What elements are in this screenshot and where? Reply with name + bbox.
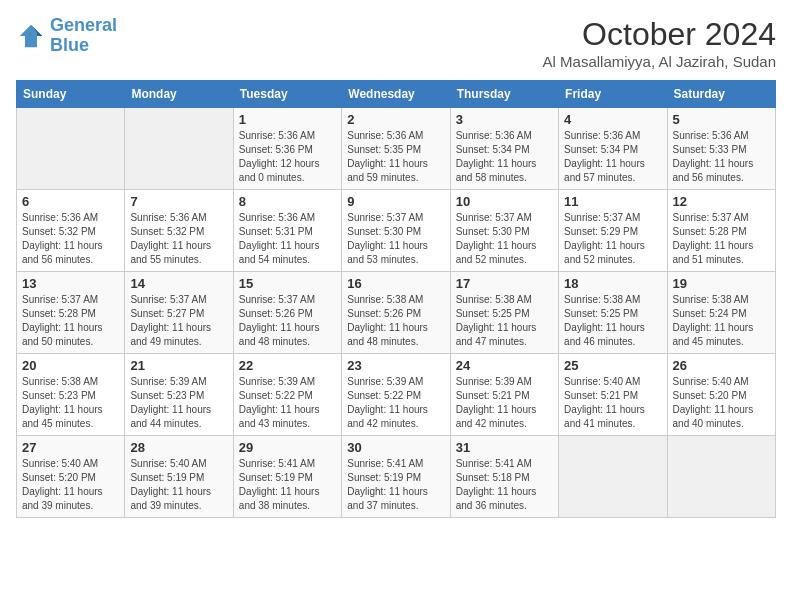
day-info: Sunrise: 5:36 AM Sunset: 5:35 PM Dayligh… [347,129,444,185]
header-wednesday: Wednesday [342,81,450,108]
day-number: 17 [456,276,553,291]
calendar-cell: 6Sunrise: 5:36 AM Sunset: 5:32 PM Daylig… [17,190,125,272]
day-number: 3 [456,112,553,127]
title-block: October 2024 Al Masallamiyya, Al Jazirah… [543,16,776,70]
logo-line2: Blue [50,35,89,55]
day-info: Sunrise: 5:41 AM Sunset: 5:19 PM Dayligh… [239,457,336,513]
calendar-cell: 24Sunrise: 5:39 AM Sunset: 5:21 PM Dayli… [450,354,558,436]
day-number: 10 [456,194,553,209]
day-info: Sunrise: 5:39 AM Sunset: 5:23 PM Dayligh… [130,375,227,431]
calendar-cell: 17Sunrise: 5:38 AM Sunset: 5:25 PM Dayli… [450,272,558,354]
day-info: Sunrise: 5:40 AM Sunset: 5:21 PM Dayligh… [564,375,661,431]
calendar-week-row: 27Sunrise: 5:40 AM Sunset: 5:20 PM Dayli… [17,436,776,518]
calendar-cell: 10Sunrise: 5:37 AM Sunset: 5:30 PM Dayli… [450,190,558,272]
header-sunday: Sunday [17,81,125,108]
day-number: 29 [239,440,336,455]
day-number: 20 [22,358,119,373]
calendar-cell: 3Sunrise: 5:36 AM Sunset: 5:34 PM Daylig… [450,108,558,190]
calendar-cell: 14Sunrise: 5:37 AM Sunset: 5:27 PM Dayli… [125,272,233,354]
logo-icon [16,21,46,51]
calendar-cell: 23Sunrise: 5:39 AM Sunset: 5:22 PM Dayli… [342,354,450,436]
day-number: 19 [673,276,770,291]
calendar-cell: 13Sunrise: 5:37 AM Sunset: 5:28 PM Dayli… [17,272,125,354]
header-monday: Monday [125,81,233,108]
day-number: 2 [347,112,444,127]
calendar-week-row: 13Sunrise: 5:37 AM Sunset: 5:28 PM Dayli… [17,272,776,354]
page-header: General Blue October 2024 Al Masallamiyy… [16,16,776,70]
day-info: Sunrise: 5:38 AM Sunset: 5:25 PM Dayligh… [456,293,553,349]
day-number: 21 [130,358,227,373]
calendar-cell: 25Sunrise: 5:40 AM Sunset: 5:21 PM Dayli… [559,354,667,436]
day-number: 1 [239,112,336,127]
calendar-cell: 7Sunrise: 5:36 AM Sunset: 5:32 PM Daylig… [125,190,233,272]
calendar-cell: 18Sunrise: 5:38 AM Sunset: 5:25 PM Dayli… [559,272,667,354]
day-info: Sunrise: 5:39 AM Sunset: 5:22 PM Dayligh… [239,375,336,431]
calendar-cell: 31Sunrise: 5:41 AM Sunset: 5:18 PM Dayli… [450,436,558,518]
day-info: Sunrise: 5:36 AM Sunset: 5:32 PM Dayligh… [130,211,227,267]
calendar-cell [125,108,233,190]
day-info: Sunrise: 5:41 AM Sunset: 5:18 PM Dayligh… [456,457,553,513]
day-number: 31 [456,440,553,455]
calendar-cell: 29Sunrise: 5:41 AM Sunset: 5:19 PM Dayli… [233,436,341,518]
calendar-cell: 2Sunrise: 5:36 AM Sunset: 5:35 PM Daylig… [342,108,450,190]
calendar-week-row: 1Sunrise: 5:36 AM Sunset: 5:36 PM Daylig… [17,108,776,190]
day-number: 28 [130,440,227,455]
day-number: 30 [347,440,444,455]
calendar-table: SundayMondayTuesdayWednesdayThursdayFrid… [16,80,776,518]
day-info: Sunrise: 5:36 AM Sunset: 5:33 PM Dayligh… [673,129,770,185]
day-info: Sunrise: 5:38 AM Sunset: 5:26 PM Dayligh… [347,293,444,349]
day-info: Sunrise: 5:37 AM Sunset: 5:27 PM Dayligh… [130,293,227,349]
day-info: Sunrise: 5:37 AM Sunset: 5:28 PM Dayligh… [673,211,770,267]
day-number: 11 [564,194,661,209]
calendar-cell: 30Sunrise: 5:41 AM Sunset: 5:19 PM Dayli… [342,436,450,518]
day-number: 6 [22,194,119,209]
calendar-cell: 20Sunrise: 5:38 AM Sunset: 5:23 PM Dayli… [17,354,125,436]
logo-line1: General [50,15,117,35]
calendar-cell: 16Sunrise: 5:38 AM Sunset: 5:26 PM Dayli… [342,272,450,354]
day-number: 18 [564,276,661,291]
calendar-cell [559,436,667,518]
day-info: Sunrise: 5:37 AM Sunset: 5:30 PM Dayligh… [347,211,444,267]
day-number: 13 [22,276,119,291]
calendar-cell: 21Sunrise: 5:39 AM Sunset: 5:23 PM Dayli… [125,354,233,436]
day-number: 5 [673,112,770,127]
calendar-cell: 27Sunrise: 5:40 AM Sunset: 5:20 PM Dayli… [17,436,125,518]
calendar-cell: 9Sunrise: 5:37 AM Sunset: 5:30 PM Daylig… [342,190,450,272]
day-number: 7 [130,194,227,209]
day-info: Sunrise: 5:37 AM Sunset: 5:30 PM Dayligh… [456,211,553,267]
calendar-cell: 28Sunrise: 5:40 AM Sunset: 5:19 PM Dayli… [125,436,233,518]
day-info: Sunrise: 5:41 AM Sunset: 5:19 PM Dayligh… [347,457,444,513]
calendar-cell [17,108,125,190]
day-info: Sunrise: 5:36 AM Sunset: 5:34 PM Dayligh… [564,129,661,185]
day-info: Sunrise: 5:39 AM Sunset: 5:21 PM Dayligh… [456,375,553,431]
day-info: Sunrise: 5:36 AM Sunset: 5:34 PM Dayligh… [456,129,553,185]
calendar-cell: 8Sunrise: 5:36 AM Sunset: 5:31 PM Daylig… [233,190,341,272]
day-info: Sunrise: 5:36 AM Sunset: 5:36 PM Dayligh… [239,129,336,185]
day-number: 26 [673,358,770,373]
day-number: 4 [564,112,661,127]
day-number: 27 [22,440,119,455]
calendar-cell [667,436,775,518]
day-info: Sunrise: 5:39 AM Sunset: 5:22 PM Dayligh… [347,375,444,431]
calendar-week-row: 20Sunrise: 5:38 AM Sunset: 5:23 PM Dayli… [17,354,776,436]
calendar-cell: 19Sunrise: 5:38 AM Sunset: 5:24 PM Dayli… [667,272,775,354]
day-info: Sunrise: 5:40 AM Sunset: 5:20 PM Dayligh… [22,457,119,513]
day-number: 22 [239,358,336,373]
calendar-cell: 12Sunrise: 5:37 AM Sunset: 5:28 PM Dayli… [667,190,775,272]
day-number: 14 [130,276,227,291]
day-info: Sunrise: 5:37 AM Sunset: 5:29 PM Dayligh… [564,211,661,267]
calendar-cell: 5Sunrise: 5:36 AM Sunset: 5:33 PM Daylig… [667,108,775,190]
location-subtitle: Al Masallamiyya, Al Jazirah, Sudan [543,53,776,70]
day-number: 8 [239,194,336,209]
day-number: 12 [673,194,770,209]
day-info: Sunrise: 5:38 AM Sunset: 5:23 PM Dayligh… [22,375,119,431]
day-info: Sunrise: 5:36 AM Sunset: 5:32 PM Dayligh… [22,211,119,267]
header-saturday: Saturday [667,81,775,108]
calendar-week-row: 6Sunrise: 5:36 AM Sunset: 5:32 PM Daylig… [17,190,776,272]
calendar-cell: 22Sunrise: 5:39 AM Sunset: 5:22 PM Dayli… [233,354,341,436]
calendar-cell: 4Sunrise: 5:36 AM Sunset: 5:34 PM Daylig… [559,108,667,190]
month-title: October 2024 [543,16,776,53]
day-number: 25 [564,358,661,373]
calendar-header-row: SundayMondayTuesdayWednesdayThursdayFrid… [17,81,776,108]
calendar-cell: 11Sunrise: 5:37 AM Sunset: 5:29 PM Dayli… [559,190,667,272]
